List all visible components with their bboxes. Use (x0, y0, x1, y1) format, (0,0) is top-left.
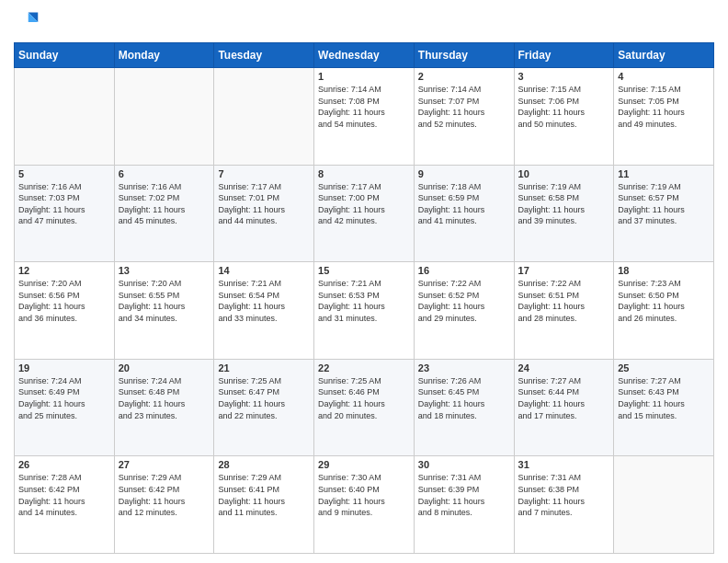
day-number: 1 (318, 71, 410, 82)
day-number: 2 (418, 71, 510, 82)
day-number: 10 (518, 168, 610, 179)
day-info: Sunrise: 7:16 AM Sunset: 7:03 PM Dayligh… (18, 181, 110, 227)
day-info: Sunrise: 7:14 AM Sunset: 7:08 PM Dayligh… (318, 84, 410, 130)
weekday-header-row: SundayMondayTuesdayWednesdayThursdayFrid… (15, 43, 714, 68)
day-number: 20 (119, 362, 210, 373)
day-cell: 25Sunrise: 7:27 AM Sunset: 6:43 PM Dayli… (614, 359, 714, 456)
weekday-header-sunday: Sunday (15, 43, 115, 68)
day-info: Sunrise: 7:25 AM Sunset: 6:47 PM Dayligh… (218, 375, 310, 421)
day-info: Sunrise: 7:22 AM Sunset: 6:51 PM Dayligh… (518, 278, 610, 324)
day-info: Sunrise: 7:20 AM Sunset: 6:56 PM Dayligh… (18, 278, 110, 324)
day-cell: 3Sunrise: 7:15 AM Sunset: 7:06 PM Daylig… (514, 68, 614, 166)
day-info: Sunrise: 7:18 AM Sunset: 6:59 PM Dayligh… (418, 181, 510, 227)
day-cell: 4Sunrise: 7:15 AM Sunset: 7:05 PM Daylig… (614, 68, 714, 166)
weekday-header-tuesday: Tuesday (214, 43, 314, 68)
day-cell: 17Sunrise: 7:22 AM Sunset: 6:51 PM Dayli… (514, 262, 614, 360)
day-number: 25 (618, 362, 710, 373)
day-info: Sunrise: 7:21 AM Sunset: 6:53 PM Dayligh… (318, 278, 410, 324)
day-cell: 16Sunrise: 7:22 AM Sunset: 6:52 PM Dayli… (414, 262, 514, 360)
day-info: Sunrise: 7:19 AM Sunset: 6:57 PM Dayligh… (618, 181, 710, 227)
day-info: Sunrise: 7:29 AM Sunset: 6:42 PM Dayligh… (119, 472, 210, 518)
day-cell: 2Sunrise: 7:14 AM Sunset: 7:07 PM Daylig… (414, 68, 514, 166)
day-info: Sunrise: 7:29 AM Sunset: 6:41 PM Dayligh… (218, 472, 310, 518)
week-row-4: 19Sunrise: 7:24 AM Sunset: 6:49 PM Dayli… (15, 359, 714, 456)
day-number: 27 (119, 459, 210, 470)
day-cell: 18Sunrise: 7:23 AM Sunset: 6:50 PM Dayli… (614, 262, 714, 360)
day-info: Sunrise: 7:27 AM Sunset: 6:43 PM Dayligh… (618, 375, 710, 421)
day-number: 29 (318, 459, 410, 470)
weekday-header-wednesday: Wednesday (314, 43, 415, 68)
day-info: Sunrise: 7:26 AM Sunset: 6:45 PM Dayligh… (418, 375, 510, 421)
day-info: Sunrise: 7:15 AM Sunset: 7:06 PM Dayligh… (518, 84, 610, 130)
day-number: 28 (218, 459, 310, 470)
calendar-table: SundayMondayTuesdayWednesdayThursdayFrid… (14, 42, 714, 554)
day-number: 14 (218, 265, 310, 276)
day-info: Sunrise: 7:17 AM Sunset: 7:00 PM Dayligh… (318, 181, 410, 227)
day-cell: 7Sunrise: 7:17 AM Sunset: 7:01 PM Daylig… (214, 165, 314, 262)
day-number: 11 (618, 168, 710, 179)
day-cell: 5Sunrise: 7:16 AM Sunset: 7:03 PM Daylig… (15, 165, 115, 262)
day-number: 4 (618, 71, 710, 82)
weekday-header-saturday: Saturday (614, 43, 714, 68)
day-cell: 9Sunrise: 7:18 AM Sunset: 6:59 PM Daylig… (414, 165, 514, 262)
day-cell (15, 68, 115, 166)
day-cell: 14Sunrise: 7:21 AM Sunset: 6:54 PM Dayli… (214, 262, 314, 360)
day-number: 26 (18, 459, 110, 470)
day-cell: 29Sunrise: 7:30 AM Sunset: 6:40 PM Dayli… (314, 456, 415, 554)
day-number: 31 (518, 459, 610, 470)
day-cell: 26Sunrise: 7:28 AM Sunset: 6:42 PM Dayli… (15, 456, 115, 554)
day-info: Sunrise: 7:22 AM Sunset: 6:52 PM Dayligh… (418, 278, 510, 324)
day-number: 22 (318, 362, 410, 373)
day-number: 12 (18, 265, 110, 276)
day-number: 21 (218, 362, 310, 373)
day-cell (114, 68, 214, 166)
day-cell (614, 456, 714, 554)
day-info: Sunrise: 7:31 AM Sunset: 6:38 PM Dayligh… (518, 472, 610, 518)
day-info: Sunrise: 7:16 AM Sunset: 7:02 PM Dayligh… (119, 181, 210, 227)
day-number: 18 (618, 265, 710, 276)
day-cell: 31Sunrise: 7:31 AM Sunset: 6:38 PM Dayli… (514, 456, 614, 554)
weekday-header-friday: Friday (514, 43, 614, 68)
day-cell: 12Sunrise: 7:20 AM Sunset: 6:56 PM Dayli… (15, 262, 115, 360)
day-number: 23 (418, 362, 510, 373)
weekday-header-thursday: Thursday (414, 43, 514, 68)
day-cell: 30Sunrise: 7:31 AM Sunset: 6:39 PM Dayli… (414, 456, 514, 554)
day-number: 19 (18, 362, 110, 373)
day-number: 16 (418, 265, 510, 276)
week-row-3: 12Sunrise: 7:20 AM Sunset: 6:56 PM Dayli… (15, 262, 714, 360)
day-cell (214, 68, 314, 166)
day-info: Sunrise: 7:31 AM Sunset: 6:39 PM Dayligh… (418, 472, 510, 518)
week-row-2: 5Sunrise: 7:16 AM Sunset: 7:03 PM Daylig… (15, 165, 714, 262)
day-info: Sunrise: 7:25 AM Sunset: 6:46 PM Dayligh… (318, 375, 410, 421)
day-cell: 8Sunrise: 7:17 AM Sunset: 7:00 PM Daylig… (314, 165, 415, 262)
day-cell: 6Sunrise: 7:16 AM Sunset: 7:02 PM Daylig… (114, 165, 214, 262)
day-cell: 20Sunrise: 7:24 AM Sunset: 6:48 PM Dayli… (114, 359, 214, 456)
week-row-1: 1Sunrise: 7:14 AM Sunset: 7:08 PM Daylig… (15, 68, 714, 166)
day-cell: 13Sunrise: 7:20 AM Sunset: 6:55 PM Dayli… (114, 262, 214, 360)
day-cell: 11Sunrise: 7:19 AM Sunset: 6:57 PM Dayli… (614, 165, 714, 262)
day-cell: 10Sunrise: 7:19 AM Sunset: 6:58 PM Dayli… (514, 165, 614, 262)
day-number: 3 (518, 71, 610, 82)
day-info: Sunrise: 7:23 AM Sunset: 6:50 PM Dayligh… (618, 278, 710, 324)
day-info: Sunrise: 7:24 AM Sunset: 6:49 PM Dayligh… (18, 375, 110, 421)
day-number: 7 (218, 168, 310, 179)
weekday-header-monday: Monday (114, 43, 214, 68)
day-info: Sunrise: 7:28 AM Sunset: 6:42 PM Dayligh… (18, 472, 110, 518)
week-row-5: 26Sunrise: 7:28 AM Sunset: 6:42 PM Dayli… (15, 456, 714, 554)
day-info: Sunrise: 7:15 AM Sunset: 7:05 PM Dayligh… (618, 84, 710, 130)
day-number: 5 (18, 168, 110, 179)
day-info: Sunrise: 7:27 AM Sunset: 6:44 PM Dayligh… (518, 375, 610, 421)
day-number: 13 (119, 265, 210, 276)
day-cell: 22Sunrise: 7:25 AM Sunset: 6:46 PM Dayli… (314, 359, 415, 456)
day-cell: 1Sunrise: 7:14 AM Sunset: 7:08 PM Daylig… (314, 68, 415, 166)
day-info: Sunrise: 7:24 AM Sunset: 6:48 PM Dayligh… (119, 375, 210, 421)
day-number: 9 (418, 168, 510, 179)
day-number: 17 (518, 265, 610, 276)
day-cell: 21Sunrise: 7:25 AM Sunset: 6:47 PM Dayli… (214, 359, 314, 456)
day-info: Sunrise: 7:19 AM Sunset: 6:58 PM Dayligh… (518, 181, 610, 227)
day-number: 8 (318, 168, 410, 179)
day-number: 30 (418, 459, 510, 470)
day-cell: 19Sunrise: 7:24 AM Sunset: 6:49 PM Dayli… (15, 359, 115, 456)
day-info: Sunrise: 7:20 AM Sunset: 6:55 PM Dayligh… (119, 278, 210, 324)
day-cell: 15Sunrise: 7:21 AM Sunset: 6:53 PM Dayli… (314, 262, 415, 360)
